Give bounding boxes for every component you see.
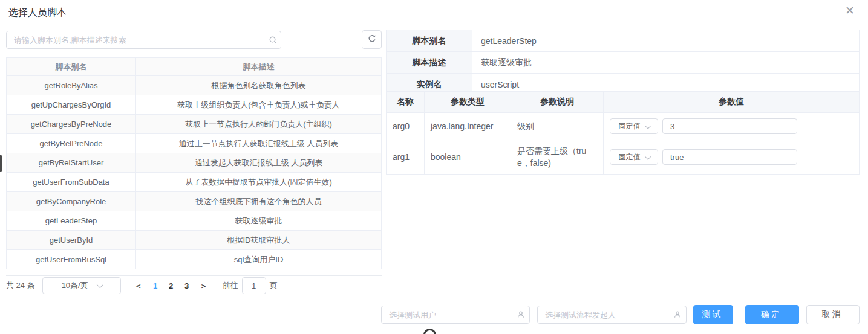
- param-row-arg0: arg0 java.lang.Integer 级别 固定值: [387, 113, 860, 140]
- param-name: arg1: [387, 140, 425, 175]
- script-alias-cell: getUserFromSubData: [7, 173, 136, 192]
- detail-row-alias: 脚本别名 getLeaderStep: [387, 30, 860, 52]
- param-value-cell: 固定值: [604, 113, 860, 140]
- script-alias-cell: getByRelStartUser: [7, 153, 136, 173]
- script-alias-cell: getUserFromBusSql: [7, 250, 136, 269]
- script-table-row[interactable]: getByRelStartUser 通过发起人获取汇报线上级 人员列表: [7, 153, 382, 173]
- total-count-label: 共 24 条: [6, 280, 35, 291]
- detail-label: 脚本描述: [387, 52, 472, 74]
- script-desc-cell: 获取逐级审批: [136, 211, 382, 231]
- params-table: 名称 参数类型 参数说明 参数值 arg0 java.lang.Integer …: [386, 91, 860, 175]
- test-user-field: [381, 306, 530, 324]
- script-table-row[interactable]: getByCompanyRole 找这个组织底下拥有这个角色的人员: [7, 192, 382, 211]
- test-button[interactable]: 测试: [693, 305, 733, 324]
- script-table-row[interactable]: getUserFromSubData 从子表数据中提取节点审批人(固定值生效): [7, 173, 382, 192]
- param-type: boolean: [425, 140, 511, 175]
- column-header-alias: 脚本别名: [7, 58, 136, 76]
- user-icon: [512, 310, 529, 319]
- script-table-row[interactable]: getLeaderStep 获取逐级审批: [7, 211, 382, 231]
- page-size-select[interactable]: 10条/页: [42, 277, 121, 294]
- left-edge-artifact: [0, 155, 2, 172]
- param-desc: 级别: [511, 113, 604, 140]
- goto-page-input[interactable]: [242, 277, 266, 294]
- search-icon: [265, 36, 281, 45]
- detail-label: 脚本别名: [387, 30, 472, 52]
- chevron-down-icon: [96, 281, 103, 288]
- chevron-down-icon: [645, 153, 651, 159]
- script-alias-cell: getLeaderStep: [7, 211, 136, 231]
- refresh-button[interactable]: [362, 30, 382, 49]
- search-input[interactable]: [7, 36, 265, 45]
- value-mode-select[interactable]: 固定值: [610, 149, 658, 165]
- param-value-cell: 固定值: [604, 140, 860, 175]
- script-detail-table: 脚本别名 getLeaderStep 脚本描述 获取逐级审批 实例名 userS…: [386, 30, 860, 95]
- value-mode-label: 固定值: [619, 121, 641, 132]
- page-size-value: 10条/页: [62, 280, 88, 291]
- goto-page-suffix: 页: [270, 280, 278, 291]
- param-type: java.lang.Integer: [425, 113, 511, 140]
- script-alias-cell: getChargesByPreNode: [7, 115, 136, 134]
- chevron-down-icon: [645, 123, 651, 129]
- bottom-edge-spinner-arc: [423, 329, 436, 334]
- test-initiator-input[interactable]: [538, 310, 669, 320]
- value-mode-select[interactable]: 固定值: [610, 118, 658, 134]
- script-desc-cell: 找这个组织底下拥有这个角色的人员: [136, 192, 382, 211]
- script-table-row[interactable]: getRoleByAlias 根据角色别名获取角色列表: [7, 76, 382, 95]
- script-table-row[interactable]: getUpChargesByOrgId 获取上级组织负责人(包含主负责人)或主负…: [7, 95, 382, 115]
- param-name: arg0: [387, 113, 425, 140]
- page-number-2[interactable]: 2: [163, 281, 179, 291]
- pagination: 共 24 条 10条/页 < 1 2 3 > 前往 页: [6, 277, 278, 295]
- column-header-desc: 参数说明: [511, 92, 604, 113]
- close-icon[interactable]: ✕: [842, 2, 858, 18]
- prev-page-button[interactable]: <: [129, 281, 148, 291]
- script-table-header-row: 脚本别名 脚本描述: [7, 58, 382, 76]
- column-header-desc: 脚本描述: [136, 58, 382, 76]
- script-desc-cell: 通过发起人获取汇报线上级 人员列表: [136, 153, 382, 173]
- script-desc-cell: 根据角色别名获取角色列表: [136, 76, 382, 95]
- params-header-row: 名称 参数类型 参数说明 参数值: [387, 92, 860, 113]
- script-desc-cell: 通过上一节点执行人获取汇报线上级 人员列表: [136, 134, 382, 153]
- user-icon: [669, 310, 686, 319]
- column-header-name: 名称: [387, 92, 425, 113]
- detail-row-desc: 脚本描述 获取逐级审批: [387, 52, 860, 74]
- script-alias-cell: getRoleByAlias: [7, 76, 136, 95]
- next-page-button[interactable]: >: [195, 281, 213, 291]
- script-alias-cell: getUserById: [7, 231, 136, 250]
- script-table-row[interactable]: getByRelPreNode 通过上一节点执行人获取汇报线上级 人员列表: [7, 134, 382, 153]
- script-alias-cell: getByRelPreNode: [7, 134, 136, 153]
- script-table-row[interactable]: getUserById 根据ID获取审批人: [7, 231, 382, 250]
- script-table-row[interactable]: getChargesByPreNode 获取上一节点执行人的部门负责人(主组织): [7, 115, 382, 134]
- goto-page-label: 前往: [223, 280, 238, 291]
- param-value-input[interactable]: [662, 149, 797, 165]
- script-alias-cell: getUpChargesByOrgId: [7, 95, 136, 115]
- script-desc-cell: 根据ID获取审批人: [136, 231, 382, 250]
- detail-value: 获取逐级审批: [472, 52, 860, 74]
- script-table-row[interactable]: getUserFromBusSql sql查询用户ID: [7, 250, 382, 269]
- script-desc-cell: 获取上级组织负责人(包含主负责人)或主负责人: [136, 95, 382, 115]
- test-initiator-field: [537, 306, 687, 324]
- test-user-input[interactable]: [382, 310, 512, 320]
- script-list-table: 脚本别名 脚本描述 getRoleByAlias 根据角色别名获取角色列表 ge…: [6, 57, 382, 276]
- page-number-3[interactable]: 3: [179, 281, 195, 291]
- detail-value: getLeaderStep: [472, 30, 860, 52]
- cancel-button[interactable]: 取消: [806, 305, 860, 324]
- script-desc-cell: 获取上一节点执行人的部门负责人(主组织): [136, 115, 382, 134]
- page-title: 选择人员脚本: [8, 7, 67, 19]
- column-header-value: 参数值: [604, 92, 860, 113]
- script-search-box: [6, 31, 281, 49]
- column-header-type: 参数类型: [425, 92, 511, 113]
- param-value-input[interactable]: [662, 118, 797, 134]
- script-alias-cell: getByCompanyRole: [7, 192, 136, 211]
- refresh-icon: [367, 34, 377, 46]
- script-desc-cell: 从子表数据中提取节点审批人(固定值生效): [136, 173, 382, 192]
- script-desc-cell: sql查询用户ID: [136, 250, 382, 269]
- param-row-arg1: arg1 boolean 是否需要上级（true，false) 固定值: [387, 140, 860, 175]
- page-number-1[interactable]: 1: [148, 281, 163, 291]
- confirm-button[interactable]: 确定: [745, 305, 799, 324]
- param-desc: 是否需要上级（true，false): [511, 140, 604, 175]
- value-mode-label: 固定值: [619, 152, 641, 162]
